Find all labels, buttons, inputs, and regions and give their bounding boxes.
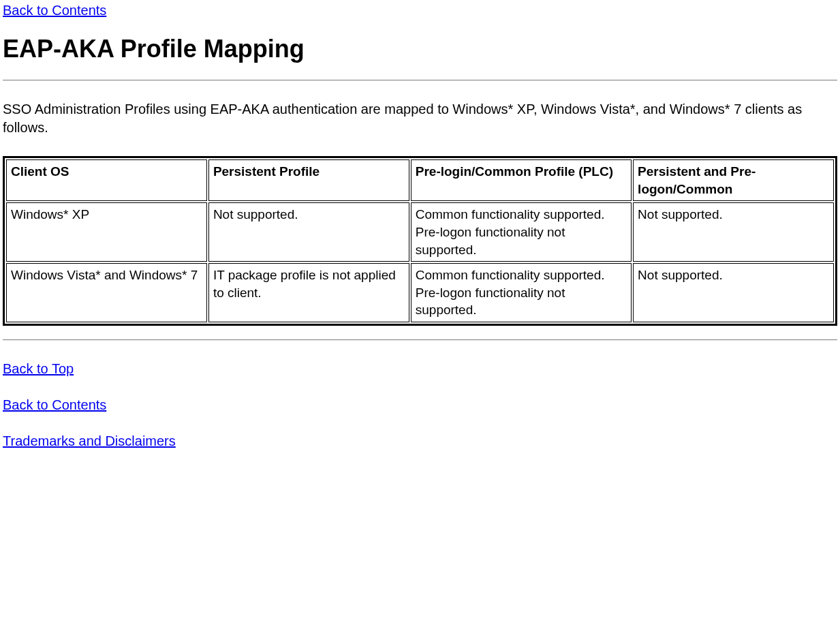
header-client-os: Client OS	[6, 159, 207, 201]
back-to-contents-link-bottom[interactable]: Back to Contents	[3, 397, 106, 413]
header-prelogin-common: Pre-login/Common Profile (PLC)	[411, 159, 632, 201]
back-to-contents-link-top[interactable]: Back to Contents	[3, 3, 837, 18]
back-to-top-link[interactable]: Back to Top	[3, 361, 74, 377]
intro-paragraph: SSO Administration Profiles using EAP-AK…	[3, 100, 837, 137]
header-persistent-profile: Persistent Profile	[208, 159, 409, 201]
page-title: EAP-AKA Profile Mapping	[3, 35, 837, 63]
cell-text: Common functionality supported.	[416, 268, 605, 282]
cell-client-os: Windows* XP	[6, 202, 207, 262]
cell-persistent-prelogon: Not supported.	[633, 202, 834, 262]
table-row: Windows Vista* and Windows* 7 IT package…	[6, 263, 834, 322]
table-header-row: Client OS Persistent Profile Pre-login/C…	[6, 159, 834, 201]
cell-persistent-profile: Not supported.	[208, 202, 409, 262]
cell-persistent-prelogon: Not supported.	[633, 263, 834, 322]
cell-text: Pre-logon functionality not supported.	[416, 225, 565, 257]
cell-prelogin-common: Common functionality supported. Pre-logo…	[411, 202, 632, 262]
divider-bottom	[3, 339, 837, 341]
cell-text: Pre-logon functionality not supported.	[416, 286, 565, 318]
divider-top	[3, 80, 837, 81]
cell-prelogin-common: Common functionality supported. Pre-logo…	[411, 263, 632, 322]
cell-client-os: Windows Vista* and Windows* 7	[6, 263, 207, 322]
profile-mapping-table: Client OS Persistent Profile Pre-login/C…	[3, 156, 837, 326]
cell-text: Common functionality supported.	[416, 207, 605, 221]
trademarks-link[interactable]: Trademarks and Disclaimers	[3, 433, 176, 449]
cell-persistent-profile: IT package profile is not applied to cli…	[208, 263, 409, 322]
table-row: Windows* XP Not supported. Common functi…	[6, 202, 834, 262]
header-persistent-prelogon: Persistent and Pre-logon/Common	[633, 159, 834, 201]
